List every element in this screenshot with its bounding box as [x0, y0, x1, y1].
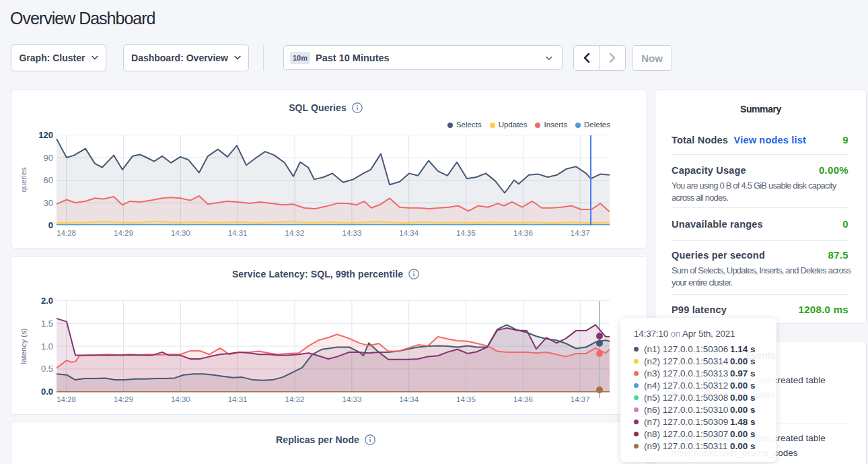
svg-text:14:28: 14:28: [57, 395, 76, 403]
svg-text:14:37: 14:37: [571, 395, 590, 403]
svg-text:90: 90: [44, 153, 53, 163]
svg-text:14:29: 14:29: [114, 229, 133, 237]
svg-text:60: 60: [44, 175, 53, 185]
svg-text:14:36: 14:36: [513, 395, 533, 403]
svg-text:120: 120: [38, 130, 53, 140]
svg-text:14:37: 14:37: [571, 229, 590, 237]
svg-text:14:32: 14:32: [285, 395, 305, 403]
svg-text:2.0: 2.0: [41, 296, 53, 306]
svg-text:14:30: 14:30: [171, 395, 190, 403]
svg-text:14:31: 14:31: [228, 395, 248, 403]
svg-text:queries: queries: [20, 167, 28, 193]
svg-text:14:33: 14:33: [342, 229, 362, 237]
svg-text:1.0: 1.0: [41, 341, 53, 352]
svg-text:14:28: 14:28: [57, 229, 76, 237]
svg-text:14:30: 14:30: [171, 229, 190, 237]
svg-text:1.5: 1.5: [41, 319, 53, 329]
svg-text:14:33: 14:33: [342, 395, 362, 403]
svg-text:0: 0: [48, 220, 53, 230]
svg-text:0.5: 0.5: [41, 364, 53, 374]
svg-text:14:34: 14:34: [399, 229, 419, 237]
svg-text:0.0: 0.0: [41, 387, 53, 397]
svg-text:14:36: 14:36: [513, 229, 533, 237]
svg-text:14:29: 14:29: [114, 395, 133, 403]
svg-text:14:32: 14:32: [285, 229, 305, 237]
svg-text:14:34: 14:34: [399, 395, 419, 403]
svg-text:latency (s): latency (s): [20, 328, 28, 364]
svg-text:14:35: 14:35: [456, 395, 476, 403]
svg-text:30: 30: [44, 198, 53, 208]
svg-text:14:31: 14:31: [228, 229, 248, 237]
svg-text:14:35: 14:35: [456, 229, 476, 237]
